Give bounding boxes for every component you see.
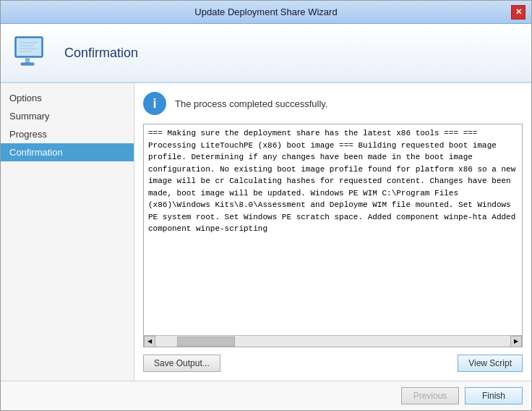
header-title: Confirmation (64, 46, 138, 61)
success-message: The process completed successfully. (175, 98, 327, 109)
finish-button[interactable]: Finish (465, 387, 523, 404)
svg-rect-2 (25, 57, 30, 63)
sidebar-item-confirmation[interactable]: Confirmation (1, 143, 134, 161)
scroll-left-arrow[interactable]: ◀ (144, 336, 155, 347)
window-title: Update Deployment Share Wizard (21, 7, 511, 17)
svg-rect-3 (21, 63, 34, 65)
info-icon: i (143, 92, 166, 115)
close-button[interactable]: ✕ (511, 5, 525, 20)
scroll-track[interactable] (155, 336, 510, 347)
scroll-thumb[interactable] (177, 336, 235, 347)
bottom-nav: Previous Finish (1, 381, 531, 410)
bottom-buttons-row: Save Output... View Script (143, 355, 523, 372)
sidebar-item-summary[interactable]: Summary (1, 107, 134, 125)
horizontal-scrollbar[interactable]: ◀ ▶ (144, 335, 522, 347)
computer-icon (12, 33, 53, 73)
svg-rect-1 (17, 38, 41, 56)
log-container: === Making sure the deployment share has… (143, 124, 523, 347)
header-section: Confirmation (1, 24, 531, 83)
sidebar: Options Summary Progress Confirmation (1, 83, 134, 381)
main-window: Update Deployment Share Wizard ✕ Confirm… (0, 0, 532, 411)
content-area: Options Summary Progress Confirmation i … (1, 83, 531, 381)
success-row: i The process completed successfully. (143, 92, 523, 115)
main-content-area: i The process completed successfully. ==… (134, 83, 531, 381)
view-script-button[interactable]: View Script (458, 355, 523, 372)
sidebar-item-options[interactable]: Options (1, 89, 134, 107)
scroll-right-arrow[interactable]: ▶ (510, 336, 522, 347)
save-output-button[interactable]: Save Output... (143, 355, 220, 372)
previous-button[interactable]: Previous (401, 387, 459, 404)
log-area[interactable]: === Making sure the deployment share has… (144, 124, 522, 335)
title-bar: Update Deployment Share Wizard ✕ (1, 1, 531, 24)
sidebar-item-progress[interactable]: Progress (1, 125, 134, 143)
